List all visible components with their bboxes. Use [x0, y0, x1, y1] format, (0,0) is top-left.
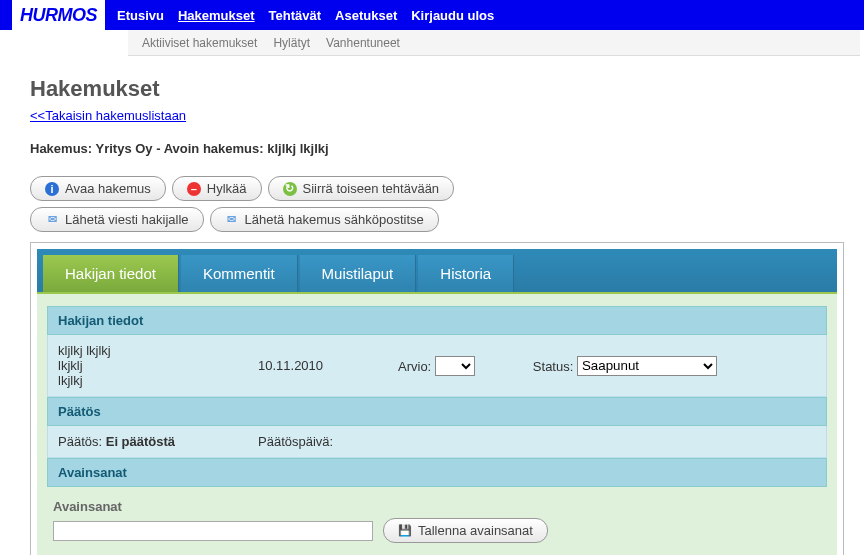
send-email-label: Lähetä hakemus sähköpostitse: [245, 212, 424, 227]
send-message-label: Lähetä viesti hakijalle: [65, 212, 189, 227]
section-decision-heading: Päätös: [47, 397, 827, 426]
keywords-sub: Avainsanat: [53, 499, 821, 514]
nav-hakemukset[interactable]: Hakemukset: [178, 8, 255, 23]
move-label: Siirrä toiseen tehtävään: [303, 181, 440, 196]
content: Hakemukset <<Takaisin hakemuslistaan Hak…: [0, 56, 864, 555]
save-icon: 💾: [398, 524, 412, 538]
deny-icon: –: [187, 182, 201, 196]
section-applicant-body: kljlkj lkjlkj lkjklj lkjlkj 10.11.2010 A…: [47, 335, 827, 397]
keywords-input[interactable]: [53, 521, 373, 541]
send-message-button[interactable]: ✉Lähetä viesti hakijalle: [30, 207, 204, 232]
info-icon: i: [45, 182, 59, 196]
applicant-line3: lkjlkj: [58, 373, 248, 388]
reject-button[interactable]: –Hylkää: [172, 176, 262, 201]
applicant-date: 10.11.2010: [258, 358, 388, 373]
applicant-line2: lkjklj: [58, 358, 248, 373]
subnav-hylatyt[interactable]: Hylätyt: [273, 36, 310, 50]
button-row-2: ✉Lähetä viesti hakijalle ✉Lähetä hakemus…: [30, 207, 844, 232]
mail-icon: ✉: [45, 213, 59, 227]
section-applicant-heading: Hakijan tiedot: [47, 306, 827, 335]
application-meta: Hakemus: Yritys Oy - Avoin hakemus: kljl…: [30, 141, 844, 156]
logo-wrap: HURMOS: [12, 0, 105, 30]
nav-kirjaudu[interactable]: Kirjaudu ulos: [411, 8, 494, 23]
decision-value: Ei päätöstä: [106, 434, 175, 449]
tab-kommentit[interactable]: Kommentit: [181, 255, 298, 292]
move-button[interactable]: ↻Siirrä toiseen tehtävään: [268, 176, 455, 201]
status-select[interactable]: Saapunut: [577, 356, 717, 376]
applicant-lines: kljlkj lkjlkj lkjklj lkjlkj: [58, 343, 248, 388]
page-title: Hakemukset: [30, 76, 844, 102]
rating-label: Arvio:: [398, 358, 431, 373]
applicant-name: kljlkj lkjlkj: [58, 343, 248, 358]
tab-muistilaput[interactable]: Muistilaput: [300, 255, 417, 292]
section-decision-body: Päätös: Ei päätöstä Päätöspäivä:: [47, 426, 827, 458]
section-keywords-body: Avainsanat 💾Tallenna avainsanat: [47, 487, 827, 543]
nav-tehtavat[interactable]: Tehtävät: [269, 8, 322, 23]
mail-icon: ✉: [225, 213, 239, 227]
tab-body: Hakijan tiedot kljlkj lkjlkj lkjklj lkjl…: [37, 292, 837, 555]
save-keywords-button[interactable]: 💾Tallenna avainsanat: [383, 518, 548, 543]
nav-asetukset[interactable]: Asetukset: [335, 8, 397, 23]
subnav-aktiiviset[interactable]: Aktiiviset hakemukset: [142, 36, 257, 50]
back-link[interactable]: <<Takaisin hakemuslistaan: [30, 108, 186, 123]
rating-block: Arvio:: [398, 356, 475, 376]
button-row-1: iAvaa hakemus –Hylkää ↻Siirrä toiseen te…: [30, 176, 844, 201]
logo: HURMOS: [14, 3, 103, 28]
top-nav: Etusivu Hakemukset Tehtävät Asetukset Ki…: [117, 8, 494, 23]
save-keywords-label: Tallenna avainsanat: [418, 523, 533, 538]
sub-nav: Aktiiviset hakemukset Hylätyt Vanhentune…: [128, 30, 860, 56]
nav-etusivu[interactable]: Etusivu: [117, 8, 164, 23]
tab-historia[interactable]: Historia: [418, 255, 514, 292]
tabs: Hakijan tiedot Kommentit Muistilaput His…: [37, 249, 837, 292]
open-application-label: Avaa hakemus: [65, 181, 151, 196]
subnav-vanhentuneet[interactable]: Vanhentuneet: [326, 36, 400, 50]
status-label: Status:: [533, 358, 573, 373]
top-bar: HURMOS Etusivu Hakemukset Tehtävät Asetu…: [0, 0, 864, 30]
decision-date-label: Päätöspäivä:: [258, 434, 333, 449]
section-keywords-heading: Avainsanat: [47, 458, 827, 487]
main-panel: Hakijan tiedot Kommentit Muistilaput His…: [30, 242, 844, 555]
rating-select[interactable]: [435, 356, 475, 376]
status-block: Status: Saapunut: [533, 356, 717, 376]
reject-label: Hylkää: [207, 181, 247, 196]
send-email-button[interactable]: ✉Lähetä hakemus sähköpostitse: [210, 207, 439, 232]
decision-label: Päätös:: [58, 434, 102, 449]
move-icon: ↻: [283, 182, 297, 196]
tab-hakijan-tiedot[interactable]: Hakijan tiedot: [43, 255, 179, 292]
open-application-button[interactable]: iAvaa hakemus: [30, 176, 166, 201]
